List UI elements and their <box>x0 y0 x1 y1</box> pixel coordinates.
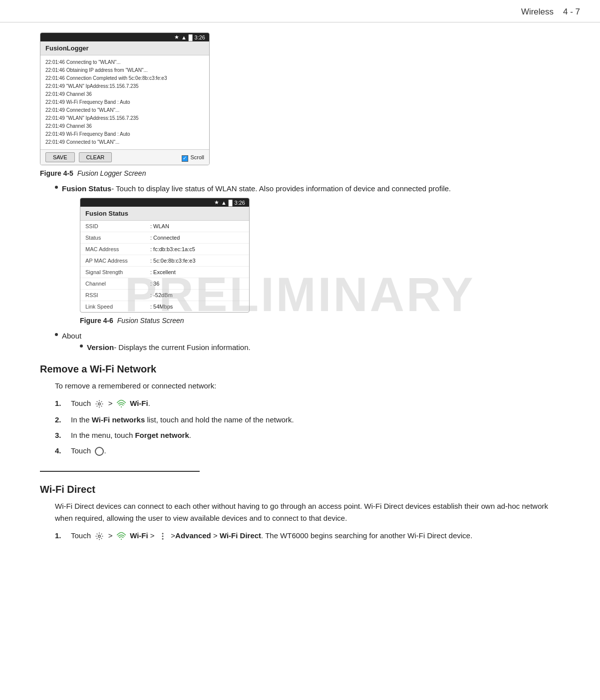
remove-step-2: 2. In the Wi-Fi networks list, touch and… <box>55 415 560 424</box>
bt-icon2: ★ <box>214 199 219 206</box>
status-row-apmac: AP MAC Address : 5c:0e:8b:c3:fe:e3 <box>80 255 249 267</box>
step2-bold: Wi-Fi networks <box>92 415 145 424</box>
version-desc: - Displays the current Fusion informatio… <box>114 343 250 351</box>
figure6-screen: ★ ▲ █ 3:26 Fusion Status SSID : WLAN Sta… <box>80 198 250 313</box>
figure6-wrapper: ★ ▲ █ 3:26 Fusion Status SSID : WLAN Sta… <box>80 198 560 325</box>
scroll-label: Scroll <box>190 154 204 160</box>
version-text: Version- Displays the current Fusion inf… <box>87 343 251 351</box>
time-fig5: 3:26 <box>195 34 205 40</box>
status-val-signal: : Excellent <box>150 269 176 275</box>
status-key-status: Status <box>85 235 150 241</box>
status-key-mac: MAC Address <box>85 246 150 252</box>
step4-text: Touch . <box>71 446 106 456</box>
clear-button[interactable]: CLEAR <box>79 152 112 162</box>
log-line-4: 22:01:49 "WLAN" IpAddress:15.156.7.235 <box>45 82 204 90</box>
status-row-channel: Channel : 36 <box>80 278 249 290</box>
section-divider <box>40 471 200 472</box>
svg-point-1 <box>121 406 122 407</box>
signal-icon2: ▲ <box>221 200 227 206</box>
step3-num: 3. <box>55 431 66 439</box>
figure5-caption-text: Fusion Logger Screen <box>77 169 146 177</box>
bluetooth-icon: ★ <box>174 34 179 40</box>
save-button[interactable]: SAVE <box>45 152 75 162</box>
signal-icon: ▲ <box>181 34 187 40</box>
version-bullet-dot <box>80 345 83 348</box>
scroll-checkbox: Scroll <box>182 154 204 161</box>
step2-num: 2. <box>55 415 66 424</box>
status-row-linkspeed: Link Speed : 54Mbps <box>80 301 249 312</box>
status-val-linkspeed: : 54Mbps <box>150 304 173 310</box>
step3-text: In the menu, touch Forget network. <box>71 431 191 439</box>
scroll-checkmark[interactable] <box>182 155 188 162</box>
status-key-ssid: SSID <box>85 223 150 229</box>
svg-point-5 <box>162 536 163 537</box>
gear-icon-wd <box>95 532 104 541</box>
bullet-item-fusion-status: Fusion Status- Touch to display live sta… <box>55 184 560 193</box>
log-line-10: 22:01:49 Wi-Fi Frequency Band : Auto <box>45 130 204 138</box>
fusion-status-text: Fusion Status- Touch to display live sta… <box>62 184 451 193</box>
version-bullet: Version- Displays the current Fusion inf… <box>80 343 560 351</box>
home-icon <box>95 447 104 456</box>
bullet-item-about: About <box>55 332 560 340</box>
log-line-1: 22:01:46 Connecting to "WLAN"... <box>45 58 204 66</box>
svg-point-3 <box>121 539 122 540</box>
fusion-status-screen-title: Fusion Status <box>80 207 249 221</box>
wifi-direct-content: Wi-Fi Direct devices can connect to each… <box>55 500 560 541</box>
fusion-logger-footer: SAVE CLEAR Scroll <box>40 149 209 165</box>
about-bullet-dot <box>55 333 58 336</box>
statusbar-fig5: ★ ▲ █ 3:26 <box>40 33 209 41</box>
remove-step-1: 1. Touch > Wi-Fi. <box>55 399 560 408</box>
status-key-channel: Channel <box>85 281 150 287</box>
status-val-rssi: : -52dBm <box>150 292 173 298</box>
figure5-caption: Figure 4-5 Fusion Logger Screen <box>40 169 560 177</box>
fusion-status-bullet: Fusion Status- Touch to display live sta… <box>55 184 560 193</box>
log-line-2: 22:01:46 Obtaining IP address from "WLAN… <box>45 66 204 74</box>
wifi-direct-body: Wi-Fi Direct devices can connect to each… <box>55 500 560 524</box>
wd-wifidirect: Wi-Fi Direct <box>220 531 261 540</box>
status-key-linkspeed: Link Speed <box>85 304 150 310</box>
svg-point-6 <box>162 538 163 540</box>
status-row-ssid: SSID : WLAN <box>80 221 249 232</box>
wifidirect-step-1: 1. Touch > Wi-Fi > <box>55 531 560 541</box>
step1-wifi-label: Wi-Fi <box>130 399 148 407</box>
status-val-channel: : 36 <box>150 281 159 287</box>
status-row-status: Status : Connected <box>80 232 249 244</box>
figure5-screen: ★ ▲ █ 3:26 FusionLogger 22:01:46 Connect… <box>40 32 210 165</box>
about-title: About <box>62 332 81 340</box>
svg-point-0 <box>98 403 101 405</box>
fusion-status-desc: - Touch to display live status of WLAN s… <box>111 184 451 193</box>
bullet-dot <box>55 186 58 189</box>
status-val-status: : Connected <box>150 235 180 241</box>
log-line-11: 22:01:49 Connected to "WLAN"... <box>45 138 204 146</box>
log-line-9: 22:01:49 Channel 36 <box>45 122 204 130</box>
time-fig6: 3:26 <box>235 200 245 206</box>
main-content: PRELIMINARY ★ ▲ █ 3:26 FusionLogger 22:0… <box>0 22 600 568</box>
fusion-logger-title: FusionLogger <box>40 41 209 55</box>
step4-num: 4. <box>55 446 66 455</box>
wifidirect-step1-text: Touch > Wi-Fi > <box>71 531 472 541</box>
gear-icon-step1 <box>95 399 104 408</box>
status-row-rssi: RSSI : -52dBm <box>80 290 249 301</box>
log-line-3: 22:01:46 Connection Completed with 5c:0e… <box>45 74 204 82</box>
header-wireless: Wireless <box>521 7 554 16</box>
remove-wifi-content: To remove a remembered or connected netw… <box>55 380 560 456</box>
step1-text: Touch > Wi-Fi. <box>71 399 150 408</box>
wifidirect-step1-num: 1. <box>55 531 66 540</box>
step3-bold: Forget network <box>135 431 189 439</box>
battery-icon: █ <box>189 34 193 40</box>
wd-advanced: Advanced <box>175 531 211 540</box>
wd-wifi-label: Wi-Fi <box>130 531 148 540</box>
statusbar-fig6: ★ ▲ █ 3:26 <box>80 198 249 207</box>
svg-point-4 <box>162 533 163 534</box>
wifi-icon-step1 <box>117 399 126 408</box>
log-line-6: 22:01:49 Wi-Fi Frequency Band : Auto <box>45 98 204 106</box>
header-title: Wireless 4 - 7 <box>521 7 580 17</box>
about-bullet: About Version- Displays the current Fusi… <box>55 332 560 351</box>
status-key-rssi: RSSI <box>85 292 150 298</box>
battery-icon2: █ <box>229 200 233 206</box>
log-line-7: 22:01:49 Connected to "WLAN"... <box>45 106 204 114</box>
svg-point-2 <box>98 535 101 538</box>
remove-wifi-heading: Remove a Wi-Fi Network <box>40 363 560 375</box>
status-val-mac: : fc:db:b3:ec:1a:c5 <box>150 246 195 252</box>
figure5-label: Figure 4-5 <box>40 169 73 177</box>
